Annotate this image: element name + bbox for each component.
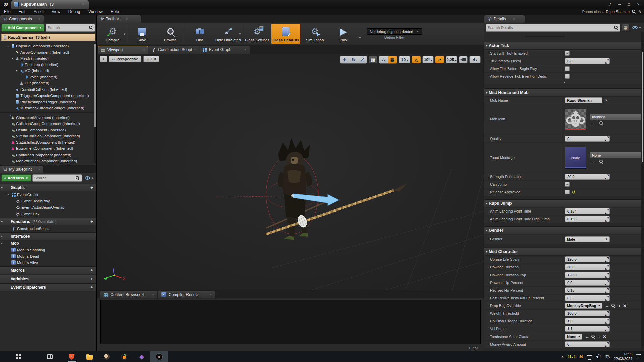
use-selected-icon[interactable]: ← (605, 304, 609, 308)
add-icon[interactable]: + (598, 335, 600, 339)
clear-icon[interactable]: ✕ (623, 304, 627, 308)
checkbox[interactable] (565, 66, 570, 71)
blueprint-row[interactable]: Event Dispatchers + (0, 283, 96, 291)
section-rupu-jump[interactable]: ▾Rupu Jump (484, 199, 644, 207)
tab-close-icon[interactable]: × (513, 17, 515, 21)
tab-compiler-results[interactable]: >_ Compiler Results × (158, 291, 215, 298)
asset-tab[interactable]: RupuShaman_T3 × (11, 0, 89, 9)
menu-item[interactable]: View (48, 9, 64, 15)
toolbar-button[interactable]: Class Settings ▼ (243, 24, 271, 44)
sensor-readout-orange[interactable]: 40 (579, 355, 583, 359)
number-input[interactable]: 0 (565, 136, 610, 142)
component-item[interactable]: Voice (Inherited) (0, 74, 96, 80)
details-search-input[interactable] (488, 26, 614, 30)
component-item[interactable]: HealthComponent (Inherited) (0, 127, 96, 133)
expander-icon[interactable]: ▾ (6, 45, 10, 48)
grid-snap-toggle[interactable]: ▦ (388, 56, 397, 63)
notification-center-icon[interactable] (636, 354, 641, 359)
blueprint-row[interactable]: ▾ Graphs + (0, 184, 96, 191)
section-mist-humanoid-mob[interactable]: ▾Mist Humanoid Mob (484, 88, 644, 97)
component-item[interactable]: Footstep (Inherited) (0, 62, 96, 68)
component-item[interactable]: ContainerComponent (Inherited) (0, 152, 96, 158)
lit-mode-button[interactable]: ☼ Lit (143, 56, 159, 62)
component-item[interactable]: CharacterMovement (Inherited) (0, 115, 96, 121)
number-input[interactable]: 0,0 (565, 280, 610, 286)
component-item[interactable]: MistAttackDirectionWidget (Inherited) (0, 105, 96, 111)
section-gender[interactable]: ▾Gender (484, 226, 644, 234)
component-self-row[interactable]: RupuShaman_T3 (self) (1, 34, 95, 41)
scrollbar-thumb[interactable] (642, 52, 643, 162)
menu-item[interactable]: Asset (30, 9, 48, 15)
component-item[interactable]: MobVariationComponent (Inherited) (0, 158, 96, 164)
sensor-readout-yellow[interactable]: 41.4 (568, 355, 576, 359)
section-actor-tick[interactable]: ▾Actor Tick (484, 42, 644, 50)
tab-components[interactable]: ⚙ Components × (0, 15, 44, 23)
menu-item[interactable]: Help (107, 9, 123, 15)
tab-close-icon[interactable]: × (39, 17, 40, 21)
blueprint-row[interactable]: Variables + (0, 275, 96, 283)
rotate-tool-button[interactable]: ↻ (349, 56, 358, 63)
component-item[interactable]: PhysicsImpactTrigger (Inherited) (0, 99, 96, 105)
number-input[interactable]: 1,0 (565, 318, 610, 324)
tab-close-icon[interactable]: × (38, 168, 40, 171)
browse-asset-icon[interactable] (591, 335, 595, 339)
brave-browser-button[interactable]: ^ (63, 351, 80, 362)
components-search-input[interactable] (48, 26, 89, 30)
viewport-options-button[interactable]: ▼ (100, 56, 107, 62)
drag-resize-icon[interactable] (605, 137, 609, 141)
viewport-3d[interactable]: ▼ ▱ Perspective ☼ Lit ✛ ↻ ⤢ ▧ ∴ (97, 54, 484, 290)
blueprint-row[interactable]: Mob Is Alive + (0, 259, 96, 266)
volume-icon[interactable] (596, 355, 601, 359)
minimize-button[interactable]: ─ (615, 1, 624, 8)
expander-icon[interactable]: ▾ (0, 220, 4, 223)
drag-resize-icon[interactable] (605, 175, 609, 179)
blueprint-row[interactable]: ▾ Functions (66 Overridable) + (0, 218, 96, 225)
scrollbar-thumb[interactable] (94, 44, 96, 127)
components-scrollbar[interactable] (94, 42, 96, 163)
drag-resize-icon[interactable] (605, 258, 609, 261)
perspective-button[interactable]: ▱ Perspective (109, 56, 141, 62)
component-item[interactable] (0, 112, 96, 115)
gender-select[interactable]: Male▼ (565, 236, 610, 242)
feedback-icon[interactable]: ↗ (606, 1, 614, 8)
tab-close-icon[interactable]: × (82, 3, 84, 6)
use-selected-icon[interactable]: ← (592, 159, 596, 164)
tab-content-browser[interactable]: Content Browser 4 × (100, 291, 157, 298)
toolbar-button[interactable]: Play ▼ (329, 24, 358, 44)
blueprint-row[interactable]: Event BeginPlay + (0, 198, 96, 204)
component-item[interactable]: StatusEffectComponent (Inherited) (0, 139, 96, 146)
network-icon[interactable] (587, 355, 592, 359)
parent-class-search-icon[interactable] (632, 10, 636, 14)
menu-item[interactable]: Window (84, 9, 107, 15)
task-view-button[interactable] (41, 351, 58, 362)
chevron-down-icon[interactable]: ▼ (605, 99, 608, 102)
close-button[interactable]: × (634, 1, 643, 8)
chevron-down-icon[interactable]: ▼ (239, 33, 241, 36)
fl-studio-button[interactable] (115, 351, 133, 362)
camera-speed-button[interactable] (459, 56, 468, 63)
component-item[interactable]: ▾ VO (Inherited) (0, 68, 96, 74)
scale-tool-button[interactable]: ⤢ (358, 56, 367, 63)
details-scrollbar[interactable] (641, 32, 644, 350)
toolbar-button[interactable]: Hide Unrelated ▼ (214, 24, 243, 44)
component-item[interactable]: CollisionGroupComponent (Inherited) (0, 121, 96, 127)
add-component-button[interactable]: +Add Component▼ (1, 24, 44, 32)
translate-tool-button[interactable]: ✛ (340, 56, 349, 63)
add-icon[interactable]: + (89, 268, 94, 273)
drop-bag-select[interactable]: MonkeyDropBag▼ (565, 303, 602, 309)
component-item[interactable]: TriggererCapsuleComponent (Inherited) (0, 93, 96, 99)
blueprint-row[interactable]: Mob Is Sprinting + (0, 247, 96, 253)
drag-resize-icon[interactable] (605, 209, 609, 213)
grid-snap-value[interactable]: 10 (399, 56, 410, 63)
add-new-button[interactable]: +Add New▼ (1, 174, 31, 182)
tab-close-icon[interactable]: × (194, 48, 196, 51)
blueprint-row[interactable]: ▾ EventGraph + (0, 191, 96, 198)
toolbar-button[interactable]: Compile ▼ (98, 24, 127, 44)
expander-icon[interactable]: ▾ (15, 69, 18, 72)
number-input[interactable]: 0,9 (565, 295, 610, 301)
component-item[interactable]: EquipmentContainer (Inherited) (0, 164, 96, 165)
menu-item[interactable]: Debug (64, 9, 84, 15)
add-icon[interactable]: + (89, 276, 94, 282)
number-input[interactable]: 1,1 (565, 326, 610, 332)
number-input[interactable]: 20,0 (565, 174, 610, 180)
